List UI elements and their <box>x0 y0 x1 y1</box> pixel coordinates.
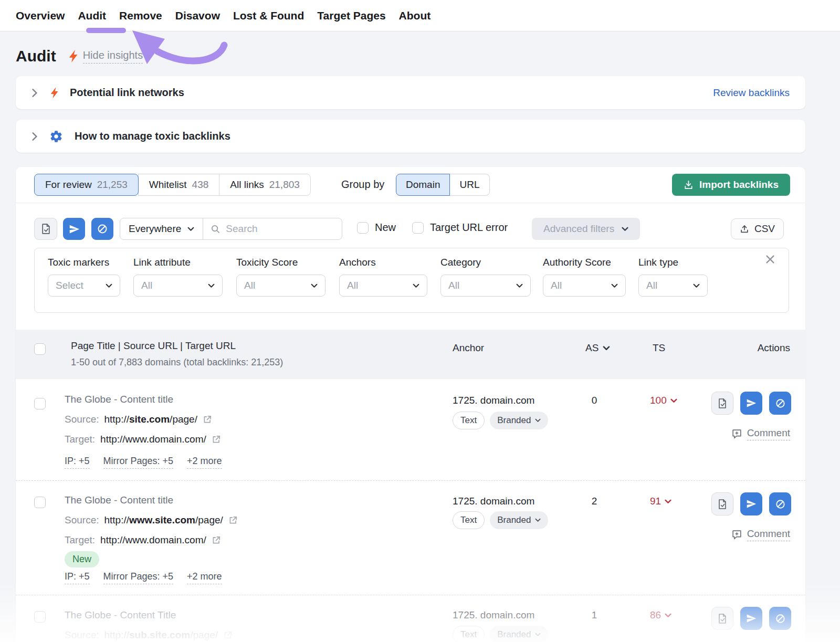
bulk-move-to-remove-button[interactable] <box>63 218 85 240</box>
toxic-markers-select[interactable]: Select <box>48 275 120 297</box>
nav-tab-about[interactable]: About <box>399 9 431 22</box>
target-label: Target: <box>65 534 95 546</box>
target-url-text[interactable]: http://www.domain.com/ <box>100 434 206 445</box>
tag-text[interactable]: Text <box>453 511 485 529</box>
source-url-text[interactable]: http://site.com/page/ <box>104 414 197 425</box>
results-summary: 1-50 out of 7,883 domains (total backlin… <box>71 357 283 368</box>
add-comment-button[interactable]: Comment <box>731 528 790 541</box>
link-type-select[interactable]: All <box>638 275 708 297</box>
tab-count: 438 <box>192 179 209 191</box>
meta-mirror-pages[interactable]: Mirror Pages: +5 <box>103 571 174 584</box>
column-as-sort[interactable]: AS <box>585 342 610 354</box>
row-checkbox[interactable] <box>34 398 46 409</box>
column-page-title: Page Title | Source URL | Target URL <box>71 340 236 352</box>
row-page-title: The Globe - Content title <box>65 494 173 506</box>
tag-text[interactable]: Text <box>453 626 485 642</box>
row-checkbox[interactable] <box>34 611 46 623</box>
advanced-filters-button[interactable]: Advanced filters <box>532 218 640 240</box>
filter-label-authority-score: Authority Score <box>543 257 611 268</box>
whitelist-button[interactable] <box>711 607 733 630</box>
search-scope-dropdown[interactable]: Everywhere <box>120 218 203 239</box>
column-anchor: Anchor <box>453 342 484 354</box>
import-backlinks-button[interactable]: Import backlinks <box>672 174 790 196</box>
move-to-disavow-button[interactable] <box>769 607 791 630</box>
add-comment-button[interactable]: Comment <box>731 427 790 440</box>
nav-tab-target-pages[interactable]: Target Pages <box>317 9 385 22</box>
row-target-url: Target: http://www.domain.com/ <box>65 534 221 546</box>
anchors-select[interactable]: All <box>339 275 427 297</box>
nav-tab-disavow[interactable]: Disavow <box>175 9 220 22</box>
tab-for-review[interactable]: For review 21,253 <box>34 174 139 196</box>
document-check-icon <box>717 398 728 409</box>
chevron-down-icon <box>187 227 194 231</box>
group-by-url-button[interactable]: URL <box>450 174 489 196</box>
new-checkbox[interactable] <box>357 222 369 234</box>
nav-tab-audit[interactable]: Audit <box>78 9 106 22</box>
paper-plane-icon <box>69 224 80 235</box>
nav-tab-remove[interactable]: Remove <box>119 9 162 22</box>
external-link-icon[interactable] <box>203 415 212 424</box>
category-select[interactable]: All <box>440 275 531 297</box>
meta-ip[interactable]: IP: +5 <box>65 456 90 469</box>
chevron-right-icon[interactable] <box>32 89 38 97</box>
whitelist-button[interactable] <box>711 392 733 415</box>
lightning-icon <box>50 87 58 99</box>
source-label: Source: <box>65 629 99 641</box>
advanced-filters-label: Advanced filters <box>543 223 614 235</box>
whitelist-button[interactable] <box>711 492 733 515</box>
chevron-right-icon[interactable] <box>32 132 38 141</box>
purple-arrow-annotation <box>125 27 230 73</box>
row-ts-value[interactable]: 100 <box>650 395 677 406</box>
upload-icon <box>740 224 749 234</box>
filter-label-anchors: Anchors <box>339 257 376 268</box>
move-to-disavow-button[interactable] <box>769 392 791 415</box>
move-to-remove-button[interactable] <box>740 392 762 415</box>
external-link-icon[interactable] <box>228 515 238 525</box>
row-ts-value[interactable]: 86 <box>650 609 671 621</box>
toxicity-score-select[interactable]: All <box>236 275 326 297</box>
row-source-url: Source: http://site.com/page/ <box>65 414 212 425</box>
target-url-text[interactable]: http://www.domain.com/ <box>100 534 206 546</box>
select-all-checkbox[interactable] <box>34 343 46 355</box>
tag-branded[interactable]: Branded <box>490 511 548 529</box>
move-to-remove-button[interactable] <box>740 607 762 630</box>
panel-potential-link-networks: Potential link networks Review backlinks <box>16 76 805 109</box>
bulk-move-to-disavow-button[interactable] <box>91 218 113 240</box>
tab-whitelist[interactable]: Whitelist 438 <box>138 174 220 196</box>
chevron-down-icon <box>611 283 618 288</box>
target-url-error-checkbox[interactable] <box>412 222 424 234</box>
row-checkbox[interactable] <box>34 497 46 508</box>
panel-title: How to manage toxic backlinks <box>75 130 230 142</box>
external-link-icon[interactable] <box>223 630 233 640</box>
document-check-icon <box>717 613 728 624</box>
nav-tab-lost-found[interactable]: Lost & Found <box>233 9 304 22</box>
source-url-text[interactable]: http://sub.site.com/page/ <box>104 629 218 641</box>
tag-branded[interactable]: Branded <box>490 626 548 642</box>
move-to-disavow-button[interactable] <box>769 492 791 515</box>
close-filters-icon[interactable] <box>765 255 775 264</box>
row-ts-value[interactable]: 91 <box>650 496 671 507</box>
nav-tab-overview[interactable]: Overview <box>16 9 65 22</box>
move-to-remove-button[interactable] <box>740 492 762 515</box>
link-attribute-select[interactable]: All <box>133 275 223 297</box>
chevron-down-icon <box>665 613 671 618</box>
search-input[interactable] <box>226 223 320 235</box>
tag-text[interactable]: Text <box>453 412 485 429</box>
group-by-domain-button[interactable]: Domain <box>396 174 450 196</box>
source-url-text[interactable]: http://www.site.com/page/ <box>104 514 223 526</box>
bulk-whitelist-button[interactable] <box>34 218 57 240</box>
meta-mirror-pages[interactable]: Mirror Pages: +5 <box>103 456 174 469</box>
filter-label-toxic-markers: Toxic markers <box>48 257 109 268</box>
select-value: All <box>551 280 562 291</box>
meta-more[interactable]: +2 more <box>187 571 222 584</box>
external-link-icon[interactable] <box>212 435 221 444</box>
export-csv-button[interactable]: CSV <box>731 218 784 239</box>
meta-ip[interactable]: IP: +5 <box>65 571 90 584</box>
meta-more[interactable]: +2 more <box>187 456 222 469</box>
review-backlinks-link[interactable]: Review backlinks <box>713 87 790 99</box>
external-link-icon[interactable] <box>212 535 221 545</box>
chevron-down-icon <box>413 283 419 288</box>
tab-all-links[interactable]: All links 21,803 <box>219 174 311 196</box>
tag-branded[interactable]: Branded <box>490 412 548 429</box>
authority-score-select[interactable]: All <box>543 275 626 297</box>
